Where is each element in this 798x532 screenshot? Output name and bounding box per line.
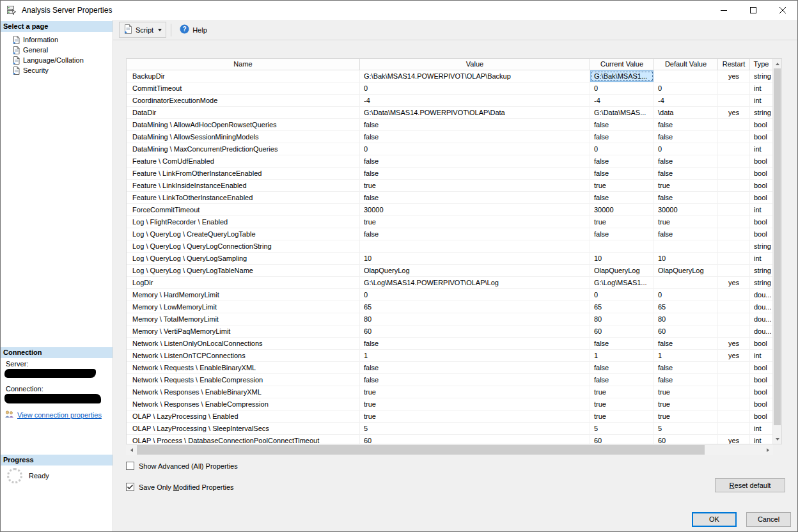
property-current-cell[interactable]: 0 xyxy=(590,143,654,155)
sidebar-item-general[interactable]: General xyxy=(1,45,113,55)
reset-default-button[interactable]: Reset default xyxy=(715,478,785,492)
property-current-cell[interactable]: 1 xyxy=(590,350,654,361)
property-value-cell[interactable]: 80 xyxy=(360,313,590,325)
property-value-cell[interactable]: false xyxy=(360,374,590,386)
help-button[interactable]: ? Help xyxy=(176,22,211,37)
property-current-cell[interactable]: false xyxy=(590,374,654,386)
sidebar-item-language-collation[interactable]: Language/Collation xyxy=(1,55,113,65)
property-row[interactable]: DataMining \ AllowAdHocOpenRowsetQueries… xyxy=(127,119,772,131)
property-row[interactable]: DataMining \ AllowSessionMiningModelsfal… xyxy=(127,131,772,143)
property-value-cell[interactable]: G:\Data\MSAS14.POWERPIVOT\OLAP\Data xyxy=(360,107,590,118)
property-value-cell[interactable]: true xyxy=(360,398,590,410)
property-value-cell[interactable]: G:\Bak\MSAS14.POWERPIVOT\OLAP\Backup xyxy=(360,70,590,82)
property-current-cell[interactable]: 80 xyxy=(590,313,654,325)
property-value-cell[interactable]: 1 xyxy=(360,350,590,361)
property-row[interactable]: Network \ Requests \ EnableCompressionfa… xyxy=(127,374,772,386)
property-current-cell[interactable]: 0 xyxy=(590,289,654,301)
property-row[interactable]: Log \ QueryLog \ QueryLogTableNameOlapQu… xyxy=(127,265,772,277)
property-current-cell[interactable]: true xyxy=(590,216,654,228)
property-value-cell[interactable]: false xyxy=(360,155,590,167)
vertical-scrollbar[interactable] xyxy=(772,59,781,444)
property-value-cell[interactable]: true xyxy=(360,386,590,398)
scroll-down-button[interactable] xyxy=(773,434,781,444)
property-current-cell[interactable]: -4 xyxy=(590,95,654,106)
property-row[interactable]: DataMining \ MaxConcurrentPredictionQuer… xyxy=(127,143,772,155)
property-row[interactable]: Memory \ VertiPaqMemoryLimit606060dou... xyxy=(127,325,772,338)
property-row[interactable]: CommitTimeout000int xyxy=(127,82,772,95)
close-button[interactable] xyxy=(768,1,797,20)
scroll-left-button[interactable] xyxy=(126,444,137,455)
property-row[interactable]: Feature \ LinkToOtherInstanceEnabledfals… xyxy=(127,192,772,204)
property-current-cell[interactable]: 10 xyxy=(590,253,654,264)
property-value-cell[interactable]: 0 xyxy=(360,143,590,155)
property-current-cell[interactable]: false xyxy=(590,119,654,130)
property-row[interactable]: Log \ QueryLog \ QueryLogSampling101010i… xyxy=(127,253,772,265)
property-row[interactable]: Memory \ TotalMemoryLimit808080dou... xyxy=(127,313,772,325)
property-row[interactable]: OLAP \ LazyProcessing \ Enabledtruetruet… xyxy=(127,411,772,423)
property-value-cell[interactable]: false xyxy=(360,338,590,349)
property-current-cell[interactable]: false xyxy=(590,168,654,179)
property-value-cell[interactable]: 65 xyxy=(360,301,590,313)
scroll-right-button[interactable] xyxy=(762,444,773,455)
property-current-cell[interactable]: 5 xyxy=(590,423,654,434)
cancel-button[interactable]: Cancel xyxy=(746,512,791,527)
property-row[interactable]: DataDirG:\Data\MSAS14.POWERPIVOT\OLAP\Da… xyxy=(127,107,772,119)
property-current-cell[interactable]: G:\Log\MSAS1... xyxy=(590,277,654,288)
property-row[interactable]: LogDirG:\Log\MSAS14.POWERPIVOT\OLAP\LogG… xyxy=(127,277,772,289)
property-row[interactable]: Log \ QueryLog \ CreateQueryLogTablefals… xyxy=(127,228,772,240)
property-row[interactable]: Network \ ListenOnTCPConnections111yesin… xyxy=(127,350,772,362)
property-value-cell[interactable]: false xyxy=(360,362,590,373)
property-value-cell[interactable]: false xyxy=(360,119,590,130)
horizontal-scroll-thumb[interactable] xyxy=(137,445,705,455)
property-row[interactable]: OLAP \ LazyProcessing \ SleepIntervalSec… xyxy=(127,423,772,435)
property-row[interactable]: Network \ Responses \ EnableBinaryXMLtru… xyxy=(127,386,772,398)
property-value-cell[interactable]: true xyxy=(360,216,590,228)
property-row[interactable]: Memory \ LowMemoryLimit656565dou... xyxy=(127,301,772,313)
property-current-cell[interactable]: 60 xyxy=(590,325,654,337)
property-value-cell[interactable]: false xyxy=(360,192,590,203)
view-connection-properties-link[interactable]: View connection properties xyxy=(17,411,102,419)
property-row[interactable]: OLAP \ Process \ DatabaseConnectionPoolC… xyxy=(127,435,772,444)
property-row[interactable]: Log \ FlightRecorder \ Enabledtruetruetr… xyxy=(127,216,772,228)
vertical-scroll-thumb[interactable] xyxy=(774,68,781,425)
property-row[interactable]: Feature \ LinkFromOtherInstanceEnabledfa… xyxy=(127,168,772,180)
save-modified-label[interactable]: Save Only Modified Properties xyxy=(139,483,234,491)
property-value-cell[interactable]: 5 xyxy=(360,423,590,434)
property-current-cell[interactable] xyxy=(590,240,654,252)
property-value-cell[interactable]: 30000 xyxy=(360,204,590,215)
property-value-cell[interactable]: false xyxy=(360,228,590,240)
property-value-cell[interactable]: 60 xyxy=(360,435,590,444)
property-current-cell[interactable]: G:\Bak\MSAS1... xyxy=(590,70,654,82)
property-current-cell[interactable]: false xyxy=(590,362,654,373)
maximize-button[interactable] xyxy=(739,1,768,20)
property-row[interactable]: CoordinatorExecutionMode-4-4-4int xyxy=(127,95,772,107)
show-advanced-label[interactable]: Show Advanced (All) Properties xyxy=(139,462,238,470)
property-current-cell[interactable]: false xyxy=(590,192,654,203)
property-value-cell[interactable]: 10 xyxy=(360,253,590,264)
property-current-cell[interactable]: false xyxy=(590,338,654,349)
property-value-cell[interactable]: OlapQueryLog xyxy=(360,265,590,276)
property-row[interactable]: Memory \ HardMemoryLimit000dou... xyxy=(127,289,772,301)
property-current-cell[interactable]: 60 xyxy=(590,435,654,444)
property-current-cell[interactable]: false xyxy=(590,228,654,240)
property-value-cell[interactable]: false xyxy=(360,131,590,143)
property-current-cell[interactable]: true xyxy=(590,386,654,398)
sidebar-item-information[interactable]: Information xyxy=(1,35,113,45)
property-current-cell[interactable]: G:\Data\MSAS... xyxy=(590,107,654,118)
scroll-up-button[interactable] xyxy=(773,59,781,68)
property-row[interactable]: Network \ Responses \ EnableCompressiont… xyxy=(127,398,772,411)
property-current-cell[interactable]: false xyxy=(590,131,654,143)
property-row[interactable]: Feature \ LinkInsideInstanceEnabledtruet… xyxy=(127,180,772,192)
sidebar-item-security[interactable]: Security xyxy=(1,65,113,75)
property-current-cell[interactable]: 0 xyxy=(590,82,654,94)
property-row[interactable]: BackupDirG:\Bak\MSAS14.POWERPIVOT\OLAP\B… xyxy=(127,70,772,82)
show-advanced-checkbox[interactable] xyxy=(126,462,134,470)
property-current-cell[interactable]: true xyxy=(590,411,654,422)
property-value-cell[interactable]: true xyxy=(360,411,590,422)
save-modified-checkbox[interactable] xyxy=(126,483,134,491)
property-value-cell[interactable]: 60 xyxy=(360,325,590,337)
property-value-cell[interactable]: true xyxy=(360,180,590,191)
property-value-cell[interactable]: false xyxy=(360,168,590,179)
property-current-cell[interactable]: 30000 xyxy=(590,204,654,215)
property-current-cell[interactable]: OlapQueryLog xyxy=(590,265,654,276)
